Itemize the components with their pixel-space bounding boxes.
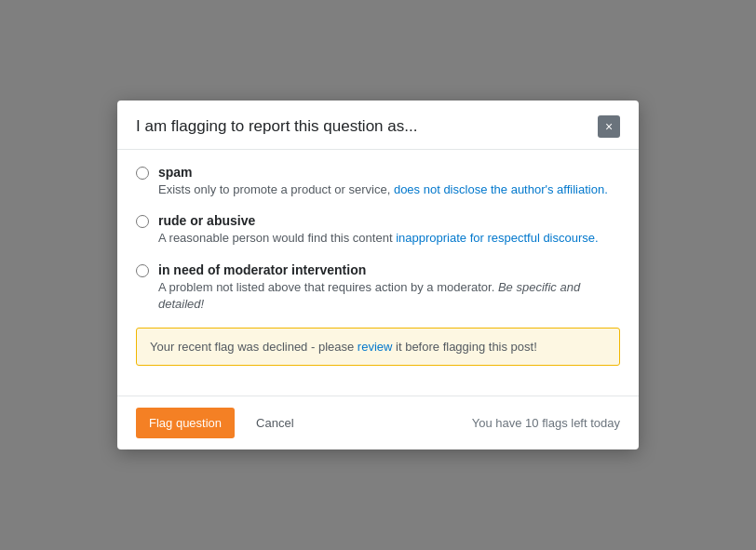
rude-option-title: rude or abusive — [158, 213, 620, 228]
moderator-option-title: in need of moderator intervention — [158, 262, 620, 277]
flag-question-button[interactable]: Flag question — [136, 408, 235, 438]
spam-affiliation-link[interactable]: does not disclose the author's affiliati… — [394, 182, 608, 196]
modal-close-button[interactable]: × — [598, 115, 620, 138]
modal-footer: Flag question Cancel You have 10 flags l… — [117, 396, 639, 449]
spam-option-content: spam Exists only to promote a product or… — [158, 165, 620, 198]
moderator-option-desc: A problem not listed above that requires… — [158, 279, 620, 313]
moderator-option-content: in need of moderator intervention A prob… — [158, 262, 620, 313]
rude-option-content: rude or abusive A reasonable person woul… — [158, 213, 620, 247]
spam-option-title: spam — [158, 165, 620, 180]
spam-radio[interactable] — [136, 167, 149, 180]
moderator-option[interactable]: in need of moderator intervention A prob… — [136, 262, 620, 313]
rude-discourse-link[interactable]: inappropriate for respectful discourse. — [396, 231, 599, 245]
spam-option[interactable]: spam Exists only to promote a product or… — [136, 165, 620, 198]
review-link[interactable]: review — [358, 340, 393, 354]
warning-box: Your recent flag was declined - please r… — [136, 328, 620, 366]
moderator-radio[interactable] — [136, 264, 149, 277]
modal-title: I am flagging to report this question as… — [136, 117, 417, 136]
spam-option-desc: Exists only to promote a product or serv… — [158, 181, 620, 198]
modal-header: I am flagging to report this question as… — [117, 101, 639, 150]
flags-remaining: You have 10 flags left today — [472, 416, 620, 430]
flag-modal: I am flagging to report this question as… — [117, 101, 639, 449]
modal-overlay[interactable]: I am flagging to report this question as… — [0, 0, 756, 550]
rude-option-desc: A reasonable person would find this cont… — [158, 230, 620, 247]
cancel-button[interactable]: Cancel — [242, 408, 307, 438]
modal-footer-actions: Flag question Cancel — [136, 408, 308, 438]
modal-body: spam Exists only to promote a product or… — [117, 150, 639, 396]
rude-option[interactable]: rude or abusive A reasonable person woul… — [136, 213, 620, 247]
rude-radio[interactable] — [136, 215, 149, 228]
